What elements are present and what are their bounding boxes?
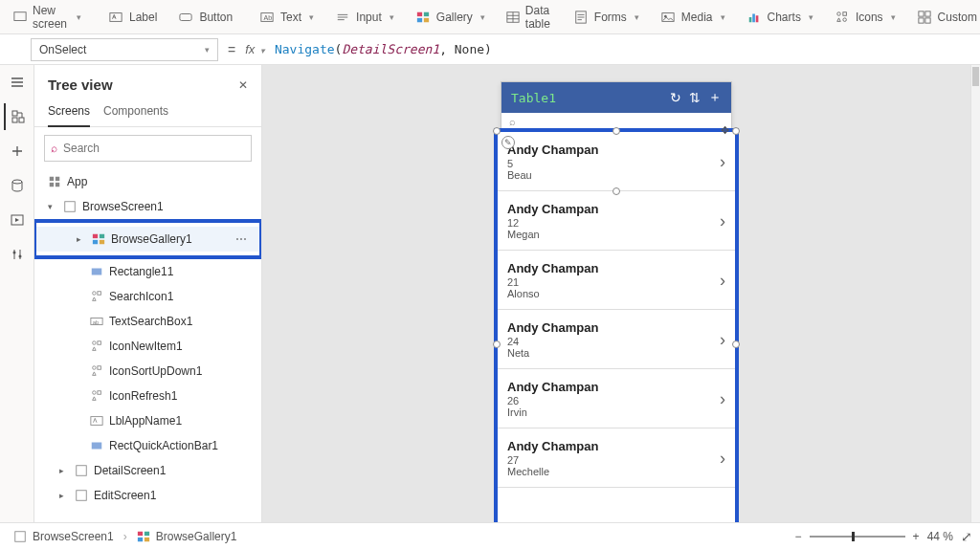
gallery-item[interactable]: ✎ Andy Champan 5 Beau › [498, 132, 735, 191]
rail-hamburger[interactable] [4, 69, 31, 96]
tree-item-iconnewitem[interactable]: IconNewItem1 [34, 334, 261, 359]
tree-item-editscreen[interactable]: ▸ EditScreen1 [34, 483, 261, 508]
chevron-down-icon: ▾ [48, 202, 57, 211]
ribbon-toolbar: New screen▾ Label Button Ab Text▾ Input▾… [0, 0, 980, 34]
chevron-right-icon[interactable]: › [720, 389, 725, 409]
gallery-selection[interactable]: ✥ ✎ Andy Champan 5 Beau › Andy Champan 1… [494, 128, 739, 522]
svg-rect-53 [77, 491, 87, 501]
plus-icon[interactable]: ＋ [708, 89, 722, 106]
chevron-down-icon: ▾ [891, 12, 896, 22]
icon-control-icon [90, 290, 103, 303]
more-icon[interactable]: ⋯ [235, 232, 248, 246]
ribbon-charts[interactable]: Charts▾ [737, 4, 823, 31]
svg-rect-49 [98, 391, 101, 395]
gallery-item[interactable]: Andy Champan 21 Alonso › [498, 251, 735, 310]
chevron-right-icon[interactable]: › [720, 271, 725, 291]
tree-item-iconrefresh[interactable]: IconRefresh1 [34, 384, 261, 408]
sort-icon[interactable]: ⇅ [689, 90, 701, 105]
tree-item-iconsort[interactable]: IconSortUpDown1 [34, 359, 261, 384]
ribbon-icons[interactable]: Icons▾ [825, 4, 905, 31]
tree-item-app[interactable]: App [34, 169, 261, 194]
tab-screens[interactable]: Screens [48, 99, 90, 127]
svg-rect-34 [65, 202, 76, 212]
tree-search-input[interactable] [63, 142, 245, 155]
ribbon-forms[interactable]: Forms▾ [564, 4, 649, 31]
gallery-item[interactable]: Andy Champan 26 Irvin › [498, 369, 735, 428]
gallery-icon [415, 10, 431, 25]
gallery-item[interactable]: Andy Champan 24 Neta › [498, 310, 735, 369]
tree-item-rectangle11[interactable]: Rectangle11 [34, 259, 261, 284]
formula-input[interactable]: Navigate(DetailScreen1, None) [269, 42, 976, 56]
breadcrumb-item[interactable]: BrowseScreen1 [33, 530, 114, 543]
ribbon-text[interactable]: Ab Text▾ [250, 4, 323, 31]
svg-rect-31 [56, 177, 59, 181]
zoom-in-button[interactable]: + [913, 530, 920, 543]
canvas[interactable]: Table1 ↻ ⇅ ＋ ⌕ ✥ ✎ [262, 65, 970, 522]
gallery-item[interactable]: Andy Champan 12 Megan › [498, 191, 735, 251]
rail-insert[interactable] [4, 138, 31, 165]
svg-rect-45 [98, 341, 101, 345]
left-rail [0, 65, 34, 522]
chevron-right-icon[interactable]: › [720, 211, 725, 231]
gallery-item-title: Andy Champan [507, 320, 720, 335]
property-selector[interactable]: OnSelect ▾ [31, 38, 218, 61]
fit-to-screen-icon[interactable]: ⤢ [961, 529, 972, 544]
svg-rect-58 [145, 537, 149, 540]
chevron-down-icon: ▾ [809, 12, 813, 22]
svg-text:Ab: Ab [264, 13, 273, 20]
ribbon-input[interactable]: Input▾ [325, 4, 404, 31]
gallery-item[interactable]: Andy Champan 27 Mechelle › [498, 428, 735, 488]
gallery-item-title: Andy Champan [507, 380, 720, 394]
chevron-right-icon[interactable]: › [720, 152, 725, 172]
ribbon-media[interactable]: Media▾ [651, 4, 735, 31]
refresh-icon[interactable]: ↻ [670, 90, 681, 105]
tree-search[interactable]: ⌕ [44, 135, 252, 162]
zoom-slider[interactable] [810, 536, 905, 538]
chevron-right-icon[interactable]: › [720, 449, 725, 469]
ribbon-gallery[interactable]: Gallery▾ [406, 4, 495, 31]
tree-item-rectquickaction[interactable]: RectQuickActionBar1 [34, 433, 261, 458]
rail-data[interactable] [4, 172, 31, 199]
tree-item-lblappname[interactable]: LblAppName1 [34, 408, 261, 433]
ribbon-custom[interactable]: Custom [907, 4, 980, 31]
tab-components[interactable]: Components [103, 99, 168, 126]
rail-media[interactable] [4, 207, 31, 233]
ribbon-new-screen[interactable]: New screen▾ [4, 4, 91, 31]
selection-highlight: ▸ BrowseGallery1 ⋯ [34, 219, 261, 259]
formula-bar: OnSelect ▾ = fx ▾ Navigate(DetailScreen1… [0, 34, 980, 65]
svg-rect-56 [145, 531, 149, 535]
svg-rect-22 [924, 17, 929, 22]
gallery-item-sub2: Alonso [507, 288, 720, 299]
rail-tree-view[interactable] [4, 103, 31, 130]
gallery-item-sub2: Irvin [507, 406, 720, 418]
ribbon-datatable[interactable]: Data table [497, 4, 562, 31]
chevron-down-icon: ▾ [205, 45, 210, 55]
ribbon-button[interactable]: Button [168, 4, 242, 31]
tree-item-browsescreen[interactable]: ▾ BrowseScreen1 [34, 194, 261, 219]
equals-sign: = [228, 42, 235, 57]
gallery-item-sub1: 12 [507, 217, 720, 229]
chevron-right-icon: ▸ [77, 234, 86, 244]
scrollbar-thumb[interactable] [972, 67, 979, 86]
chevron-down-icon: ▾ [480, 12, 485, 22]
tree-item-browsegallery[interactable]: ▸ BrowseGallery1 ⋯ [36, 227, 259, 252]
status-bar: BrowseScreen1 › BrowseGallery1 − + 44 % … [0, 522, 980, 549]
ribbon-label[interactable]: Label [99, 4, 167, 31]
close-icon[interactable]: ✕ [238, 78, 248, 92]
text-icon: Ab [259, 10, 275, 25]
chevron-right-icon[interactable]: › [720, 330, 725, 350]
svg-rect-38 [100, 240, 104, 244]
canvas-scrollbar[interactable] [970, 65, 980, 522]
zoom-out-button[interactable]: − [795, 530, 802, 543]
svg-rect-24 [12, 118, 17, 122]
svg-rect-25 [19, 118, 24, 122]
tree-item-textsearchbox[interactable]: ab TextSearchBox1 [34, 309, 261, 334]
svg-rect-14 [752, 13, 755, 22]
zoom-slider-handle[interactable] [852, 532, 855, 541]
breadcrumb-item[interactable]: BrowseGallery1 [156, 530, 237, 543]
form-icon [573, 10, 589, 25]
tree-item-searchicon1[interactable]: SearchIcon1 [34, 284, 261, 309]
tree-item-detailscreen[interactable]: ▸ DetailScreen1 [34, 458, 261, 483]
search-icon: ⌕ [509, 116, 516, 127]
rail-advanced[interactable] [4, 241, 31, 268]
